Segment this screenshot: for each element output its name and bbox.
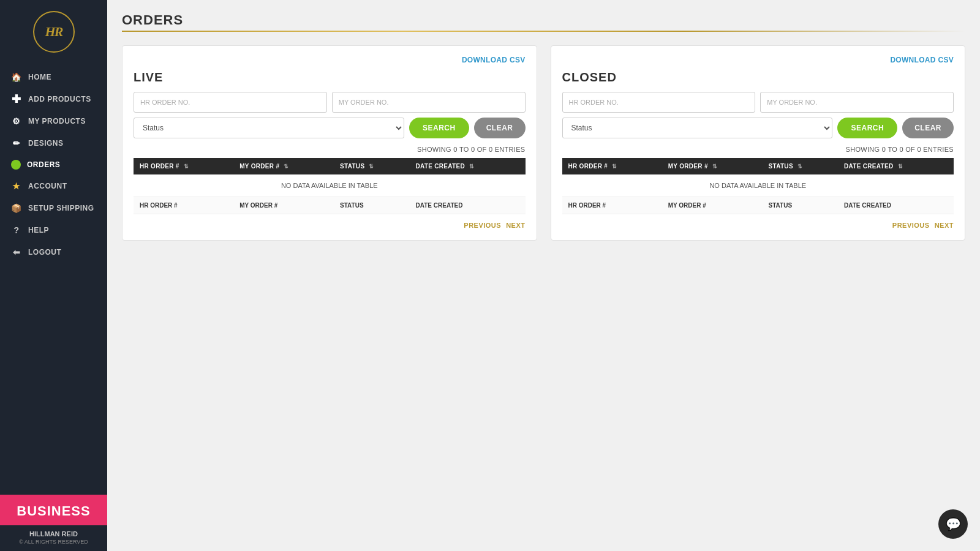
sidebar-item-designs[interactable]: ✏ DESIGNS — [0, 132, 107, 154]
live-showing-text: SHOWING 0 TO 0 OF 0 ENTRIES — [134, 146, 526, 153]
chat-button[interactable]: 💬 — [938, 509, 968, 539]
closed-status-select[interactable]: Status — [562, 118, 833, 138]
sidebar-item-my-products[interactable]: ⚙ MY PRODUCTS — [0, 110, 107, 132]
closed-pagination: PREVIOUS NEXT — [562, 222, 954, 229]
question-icon: ? — [11, 225, 22, 236]
box-icon: 📦 — [11, 203, 22, 214]
sidebar-item-logout-label: LOGOUT — [28, 248, 61, 257]
sort-icon: ⇅ — [469, 163, 474, 170]
sidebar-item-home[interactable]: 🏠 HOME — [0, 66, 107, 88]
closed-showing-text: SHOWING 0 TO 0 OF 0 ENTRIES — [562, 146, 954, 153]
live-col-date[interactable]: DATE CREATED ⇅ — [410, 158, 526, 174]
star-icon: ★ — [11, 181, 22, 192]
live-col-my-order[interactable]: MY ORDER # ⇅ — [233, 158, 334, 174]
closed-download-csv[interactable]: DOWNLOAD CSV — [890, 56, 954, 64]
live-footer-col-my: MY ORDER # — [233, 197, 334, 214]
live-no-data-row: NO DATA AVAILABLE IN TABLE — [134, 174, 526, 197]
sidebar-item-setup-shipping[interactable]: 📦 SETUP SHIPPING — [0, 197, 107, 219]
live-pagination: PREVIOUS NEXT — [134, 222, 526, 229]
closed-col-status[interactable]: STATUS ⇅ — [763, 158, 839, 174]
closed-hr-order-input[interactable] — [562, 92, 756, 113]
closed-panel: DOWNLOAD CSV CLOSED Status SEARCH CLEAR … — [551, 45, 966, 241]
sort-icon: ⇅ — [369, 163, 374, 170]
closed-footer-col-date: DATE CREATED — [838, 197, 954, 214]
live-footer-col-hr: HR ORDER # — [134, 197, 233, 214]
sidebar-item-orders[interactable]: ORDERS — [0, 154, 107, 175]
closed-footer-row: HR ORDER # MY ORDER # STATUS DATE CREATE… — [562, 197, 954, 214]
sidebar-item-account[interactable]: ★ ACCOUNT — [0, 175, 107, 197]
live-table-header-row: HR ORDER # ⇅ MY ORDER # ⇅ STATUS ⇅ DAT — [134, 158, 526, 174]
page-divider — [122, 31, 965, 32]
sidebar-item-my-products-label: MY PRODUCTS — [28, 117, 86, 126]
user-rights: © ALL RIGHTS RESERVED — [0, 539, 107, 545]
business-banner: BUSINESS — [0, 495, 107, 525]
closed-my-order-input[interactable] — [760, 92, 954, 113]
closed-col-date[interactable]: DATE CREATED ⇅ — [838, 158, 954, 174]
closed-table-header-row: HR ORDER # ⇅ MY ORDER # ⇅ STATUS ⇅ DAT — [562, 158, 954, 174]
live-no-data-cell: NO DATA AVAILABLE IN TABLE — [134, 174, 526, 197]
live-next-button[interactable]: NEXT — [506, 222, 525, 229]
live-col-status[interactable]: STATUS ⇅ — [334, 158, 410, 174]
sidebar: HR 🏠 HOME ✚ ADD PRODUCTS ⚙ MY PRODUCTS ✏… — [0, 0, 107, 551]
home-icon: 🏠 — [11, 72, 22, 83]
closed-next-button[interactable]: NEXT — [935, 222, 954, 229]
closed-col-hr-order[interactable]: HR ORDER # ⇅ — [562, 158, 662, 174]
closed-footer-col-status: STATUS — [763, 197, 839, 214]
orders-grid: DOWNLOAD CSV LIVE Status SEARCH CLEAR SH… — [122, 45, 965, 241]
sidebar-item-logout[interactable]: ⬅ LOGOUT — [0, 241, 107, 263]
sidebar-nav: 🏠 HOME ✚ ADD PRODUCTS ⚙ MY PRODUCTS ✏ DE… — [0, 61, 107, 495]
chat-icon: 💬 — [946, 517, 961, 531]
sidebar-item-home-label: HOME — [28, 73, 51, 81]
live-hr-order-input[interactable] — [134, 92, 327, 113]
sidebar-item-add-products[interactable]: ✚ ADD PRODUCTS — [0, 88, 107, 110]
closed-no-data-cell: NO DATA AVAILABLE IN TABLE — [562, 174, 954, 197]
sidebar-item-account-label: ACCOUNT — [28, 182, 67, 190]
sidebar-user: HILLMAN REID © ALL RIGHTS RESERVED — [0, 525, 107, 551]
sort-icon: ⇅ — [612, 163, 617, 170]
live-panel-title: LIVE — [134, 70, 526, 84]
closed-no-data-row: NO DATA AVAILABLE IN TABLE — [562, 174, 954, 197]
closed-search-button[interactable]: SEARCH — [837, 118, 897, 138]
user-name: HILLMAN REID — [0, 530, 107, 538]
logo-circle: HR — [33, 11, 75, 53]
sort-icon: ⇅ — [898, 163, 903, 170]
live-clear-button[interactable]: CLEAR — [474, 118, 526, 138]
sort-icon: ⇅ — [797, 163, 802, 170]
sidebar-logo: HR — [0, 0, 107, 61]
live-panel: DOWNLOAD CSV LIVE Status SEARCH CLEAR SH… — [122, 45, 537, 241]
sort-icon: ⇅ — [184, 163, 189, 170]
closed-panel-header: DOWNLOAD CSV — [562, 56, 954, 64]
business-label: BUSINESS — [17, 503, 90, 519]
sort-icon: ⇅ — [284, 163, 288, 170]
closed-previous-button[interactable]: PREVIOUS — [892, 222, 930, 229]
sidebar-item-help-label: HELP — [28, 226, 49, 234]
sidebar-item-designs-label: DESIGNS — [28, 139, 64, 148]
pencil-icon: ✏ — [11, 138, 22, 149]
logo-text: HR — [45, 24, 62, 40]
live-previous-button[interactable]: PREVIOUS — [464, 222, 501, 229]
main-content: ORDERS DOWNLOAD CSV LIVE Status SEARCH C… — [107, 0, 980, 551]
live-col-hr-order[interactable]: HR ORDER # ⇅ — [134, 158, 233, 174]
sidebar-item-orders-label: ORDERS — [27, 160, 60, 169]
closed-col-my-order[interactable]: MY ORDER # ⇅ — [662, 158, 763, 174]
live-filter-row: Status SEARCH CLEAR — [134, 118, 526, 138]
live-search-row — [134, 92, 526, 113]
live-search-button[interactable]: SEARCH — [409, 118, 469, 138]
closed-panel-title: CLOSED — [562, 70, 954, 84]
gear-icon: ⚙ — [11, 116, 22, 127]
live-footer-row: HR ORDER # MY ORDER # STATUS DATE CREATE… — [134, 197, 526, 214]
sidebar-item-setup-shipping-label: SETUP SHIPPING — [28, 204, 94, 212]
sidebar-item-help[interactable]: ? HELP — [0, 219, 107, 241]
live-status-select[interactable]: Status — [134, 118, 404, 138]
live-my-order-input[interactable] — [332, 92, 526, 113]
live-footer-col-date: DATE CREATED — [410, 197, 526, 214]
closed-footer-col-hr: HR ORDER # — [562, 197, 662, 214]
live-download-csv[interactable]: DOWNLOAD CSV — [462, 56, 526, 64]
closed-search-row — [562, 92, 954, 113]
closed-clear-button[interactable]: CLEAR — [902, 118, 954, 138]
logout-icon: ⬅ — [11, 247, 22, 258]
circle-icon — [11, 160, 21, 170]
plus-icon: ✚ — [11, 94, 22, 105]
live-footer-col-status: STATUS — [334, 197, 410, 214]
sidebar-item-add-products-label: ADD PRODUCTS — [28, 95, 91, 103]
